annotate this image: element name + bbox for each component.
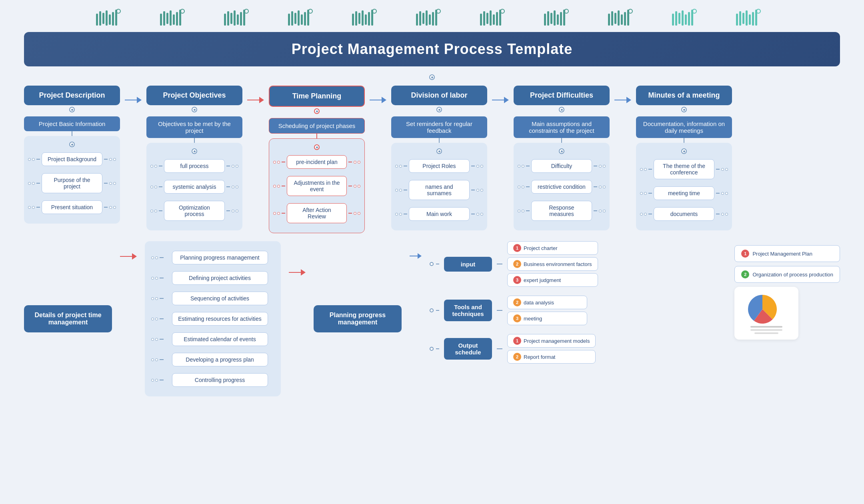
svg-rect-33 bbox=[355, 11, 357, 26]
sub-project-description: Project Basic Information bbox=[24, 116, 120, 131]
title-bar: Project Management Process Template bbox=[24, 32, 840, 66]
leaf-estimating-resources: Estimating resources for activities bbox=[172, 312, 268, 326]
svg-rect-74 bbox=[678, 13, 680, 24]
svg-rect-4 bbox=[109, 14, 111, 25]
svg-rect-51 bbox=[490, 10, 492, 26]
leaf-row-systemic: systemic analysis bbox=[150, 178, 238, 196]
leaf-developing: Developing a progress plan bbox=[151, 351, 274, 368]
svg-rect-35 bbox=[362, 10, 364, 26]
col-time-planning: Time Planning Scheduling of project phas… bbox=[269, 86, 365, 233]
col-project-description: Project Description Project Basic Inform… bbox=[24, 86, 120, 224]
leaf-main-work: Main work bbox=[409, 207, 470, 221]
header-minutes-meeting: Minutes of a meeting bbox=[636, 86, 732, 105]
svg-rect-76 bbox=[685, 14, 687, 25]
output-items: 1 Project management models 2 Report for… bbox=[507, 334, 596, 364]
svg-rect-53 bbox=[496, 12, 498, 26]
svg-rect-32 bbox=[352, 14, 354, 26]
leaf-row-project-roles: Project Roles bbox=[395, 157, 483, 175]
svg-rect-26 bbox=[294, 13, 296, 24]
svg-rect-8 bbox=[160, 14, 162, 26]
svg-rect-1 bbox=[99, 11, 101, 26]
leaf-developing-plan: Developing a progress plan bbox=[172, 353, 268, 366]
tools-dot bbox=[430, 308, 434, 312]
svg-rect-12 bbox=[173, 14, 175, 25]
svg-rect-60 bbox=[557, 14, 559, 25]
leaf-project-roles: Project Roles bbox=[409, 159, 470, 173]
svg-rect-34 bbox=[358, 13, 360, 24]
arrow-4 bbox=[492, 97, 509, 103]
output-item-2: 2 Report format bbox=[507, 350, 596, 364]
leaf-systemic-analysis: systemic analysis bbox=[164, 180, 225, 194]
panel3-dot bbox=[314, 144, 320, 150]
badge-tool-2: 3 bbox=[513, 314, 521, 322]
leaf-documents: documents bbox=[654, 207, 715, 221]
title-connector-dot bbox=[429, 74, 435, 80]
badge-1: 1 bbox=[513, 244, 521, 252]
svg-rect-67 bbox=[618, 10, 620, 26]
svg-rect-10 bbox=[166, 13, 168, 24]
leaf-planning-progress-mgmt: Planning progress management bbox=[172, 251, 268, 264]
svg-rect-44 bbox=[429, 14, 431, 25]
svg-rect-69 bbox=[624, 12, 626, 26]
input-items: 1 Project charter 2 Business environment… bbox=[507, 241, 598, 287]
svg-rect-81 bbox=[739, 11, 741, 26]
arrow-2-red bbox=[247, 97, 264, 103]
leaf-row-2: Purpose of the project bbox=[28, 171, 116, 195]
svg-rect-83 bbox=[746, 10, 748, 26]
svg-rect-41 bbox=[419, 11, 421, 26]
svg-rect-0 bbox=[96, 14, 98, 26]
panel-minutes-meeting: The theme of the conference meeting time bbox=[636, 143, 732, 230]
panel-project-difficulties: Difficulty restrictive condition bbox=[514, 143, 610, 230]
right-panel-ito: input 1 Project charter 2 Business envir… bbox=[430, 241, 722, 364]
tools-items: 2 data analysis 3 meeting bbox=[507, 296, 587, 325]
top-decorative-bar bbox=[24, 8, 840, 28]
svg-rect-80 bbox=[736, 14, 738, 26]
svg-rect-36 bbox=[365, 14, 367, 25]
leaf-row-1: Project Background bbox=[28, 150, 116, 168]
arrow-3 bbox=[370, 97, 386, 103]
panel2-dot bbox=[192, 148, 197, 154]
decorative-bars bbox=[72, 9, 792, 28]
main-title: Project Management Process Template bbox=[40, 41, 824, 58]
doc-badge-2: 2 bbox=[741, 270, 749, 278]
svg-rect-66 bbox=[614, 13, 616, 24]
leaf-row-main-work: Main work bbox=[395, 205, 483, 223]
badge-tool-1: 2 bbox=[513, 298, 521, 306]
leaf-present-situation: Present situation bbox=[42, 200, 103, 214]
output-item-1: 1 Project management models bbox=[507, 334, 596, 348]
col-division-labor: Division of labor Set reminders for regu… bbox=[391, 86, 487, 230]
svg-rect-75 bbox=[682, 10, 684, 26]
leaf-purpose: Purpose of the project bbox=[42, 173, 103, 193]
sub-division-labor: Set reminders for regular feedback bbox=[391, 116, 487, 138]
input-item-2: 2 Business environment factors bbox=[507, 257, 598, 271]
red-arrow-2 bbox=[289, 269, 306, 276]
leaf-planning-progress: Planning progress management bbox=[151, 249, 274, 266]
leaf-row-meeting-time: meeting time bbox=[640, 184, 728, 202]
leaf-defining: Defining project activities bbox=[151, 269, 274, 287]
arrow-5 bbox=[614, 97, 631, 103]
svg-rect-3 bbox=[106, 10, 108, 26]
header-project-objectives: Project Objectives bbox=[146, 86, 242, 105]
leaf-response-measures: Response measures bbox=[531, 201, 592, 221]
blue-arrow-3 bbox=[410, 253, 422, 259]
svg-rect-59 bbox=[554, 10, 556, 26]
svg-rect-77 bbox=[688, 12, 690, 26]
leaf-row-adjustments: Adjustments in the event bbox=[273, 174, 360, 198]
svg-rect-13 bbox=[176, 12, 178, 26]
col5-dot bbox=[559, 107, 564, 112]
tool-item-meeting: 3 meeting bbox=[507, 312, 587, 325]
top-flow: Project Description Project Basic Inform… bbox=[24, 86, 840, 233]
svg-rect-68 bbox=[621, 14, 623, 25]
panel1-dot bbox=[69, 142, 75, 147]
sub-time-planning: Scheduling of project phases bbox=[269, 118, 365, 134]
leaf-names-surnames: names and surnames bbox=[409, 180, 470, 200]
svg-rect-45 bbox=[432, 12, 434, 26]
panel4-dot bbox=[436, 148, 442, 154]
svg-rect-29 bbox=[304, 12, 306, 26]
svg-rect-52 bbox=[493, 14, 495, 25]
svg-rect-21 bbox=[240, 12, 242, 26]
tools-label: Tools and techniques bbox=[444, 300, 492, 321]
leaf-row-aar: After Action Review bbox=[273, 201, 360, 225]
svg-rect-73 bbox=[675, 11, 677, 26]
svg-rect-27 bbox=[298, 10, 300, 26]
